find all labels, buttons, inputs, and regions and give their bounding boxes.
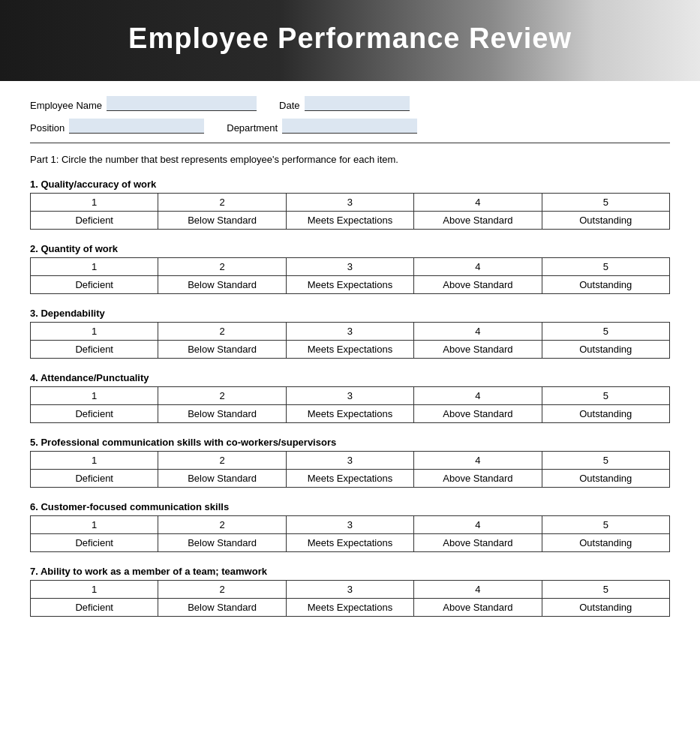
rating-number-3[interactable]: 3 (286, 258, 413, 276)
section-3-number-row: 12345 (31, 323, 670, 341)
rating-number-4[interactable]: 4 (414, 452, 542, 470)
rating-number-4[interactable]: 4 (414, 516, 542, 534)
rating-number-5[interactable]: 5 (542, 387, 669, 405)
rating-desc[interactable]: Above Standard (414, 470, 542, 488)
rating-number-3[interactable]: 3 (286, 452, 413, 470)
rating-desc[interactable]: Meets Expectations (286, 212, 413, 230)
rating-desc[interactable]: Above Standard (414, 599, 542, 617)
rating-desc[interactable]: Meets Expectations (286, 276, 413, 294)
section-7-number-row: 12345 (31, 581, 670, 599)
rating-desc[interactable]: Above Standard (414, 405, 542, 423)
rating-number-5[interactable]: 5 (542, 452, 669, 470)
rating-desc[interactable]: Above Standard (414, 276, 542, 294)
department-input[interactable] (282, 119, 417, 134)
section-2-number-row: 12345 (31, 258, 670, 276)
section-divider (30, 143, 670, 143)
rating-desc[interactable]: Below Standard (158, 341, 286, 359)
rating-desc[interactable]: Below Standard (158, 212, 286, 230)
rating-number-3[interactable]: 3 (286, 323, 413, 341)
department-label: Department (227, 122, 278, 134)
rating-number-2[interactable]: 2 (158, 452, 286, 470)
rating-desc[interactable]: Outstanding (542, 534, 669, 552)
rating-number-1[interactable]: 1 (31, 452, 158, 470)
rating-number-5[interactable]: 5 (542, 194, 669, 212)
rating-desc[interactable]: Below Standard (158, 599, 286, 617)
rating-number-2[interactable]: 2 (158, 194, 286, 212)
rating-number-2[interactable]: 2 (158, 516, 286, 534)
rating-desc[interactable]: Outstanding (542, 405, 669, 423)
rating-number-2[interactable]: 2 (158, 387, 286, 405)
rating-number-4[interactable]: 4 (414, 323, 542, 341)
rating-number-2[interactable]: 2 (158, 258, 286, 276)
employee-name-label: Employee Name (30, 100, 102, 111)
section-3: 3. Dependability12345DeficientBelow Stan… (30, 308, 670, 359)
rating-desc[interactable]: Deficient (31, 341, 158, 359)
section-4: 4. Attendance/Punctuality12345DeficientB… (30, 372, 670, 423)
rating-desc[interactable]: Below Standard (158, 405, 286, 423)
rating-number-1[interactable]: 1 (31, 194, 158, 212)
rating-number-5[interactable]: 5 (542, 581, 669, 599)
rating-number-3[interactable]: 3 (286, 194, 413, 212)
rating-number-2[interactable]: 2 (158, 581, 286, 599)
rating-number-3[interactable]: 3 (286, 581, 413, 599)
page-header: Employee Performance Review (0, 0, 700, 81)
rating-desc[interactable]: Above Standard (414, 534, 542, 552)
rating-number-4[interactable]: 4 (414, 258, 542, 276)
section-5-desc-row: DeficientBelow StandardMeets Expectation… (31, 470, 670, 488)
position-input[interactable] (69, 119, 204, 134)
section-6: 6. Customer-focused communication skills… (30, 501, 670, 552)
rating-desc[interactable]: Deficient (31, 599, 158, 617)
rating-desc[interactable]: Deficient (31, 405, 158, 423)
rating-desc[interactable]: Outstanding (542, 276, 669, 294)
rating-number-5[interactable]: 5 (542, 516, 669, 534)
rating-desc[interactable]: Outstanding (542, 470, 669, 488)
rating-desc[interactable]: Below Standard (158, 534, 286, 552)
rating-desc[interactable]: Deficient (31, 534, 158, 552)
rating-desc[interactable]: Deficient (31, 470, 158, 488)
rating-desc[interactable]: Outstanding (542, 341, 669, 359)
rating-number-4[interactable]: 4 (414, 194, 542, 212)
rating-number-3[interactable]: 3 (286, 516, 413, 534)
rating-number-5[interactable]: 5 (542, 258, 669, 276)
section-1-number-row: 12345 (31, 194, 670, 212)
section-2: 2. Quantity of work12345DeficientBelow S… (30, 243, 670, 294)
section-4-table: 12345DeficientBelow StandardMeets Expect… (30, 386, 670, 423)
rating-number-1[interactable]: 1 (31, 387, 158, 405)
rating-desc[interactable]: Below Standard (158, 276, 286, 294)
section-5-table: 12345DeficientBelow StandardMeets Expect… (30, 451, 670, 488)
section-1-desc-row: DeficientBelow StandardMeets Expectation… (31, 212, 670, 230)
page-title: Employee Performance Review (30, 23, 670, 55)
section-2-title: 2. Quantity of work (30, 243, 670, 254)
section-2-table: 12345DeficientBelow StandardMeets Expect… (30, 257, 670, 294)
rating-number-5[interactable]: 5 (542, 323, 669, 341)
date-input[interactable] (305, 96, 410, 111)
section-5-title: 5. Professional communication skills wit… (30, 437, 670, 448)
rating-desc[interactable]: Above Standard (414, 341, 542, 359)
part1-instruction: Part 1: Circle the number that best repr… (30, 154, 670, 165)
rating-number-2[interactable]: 2 (158, 323, 286, 341)
rating-desc[interactable]: Above Standard (414, 212, 542, 230)
rating-number-1[interactable]: 1 (31, 581, 158, 599)
rating-desc[interactable]: Deficient (31, 276, 158, 294)
rating-number-1[interactable]: 1 (31, 323, 158, 341)
employee-name-input[interactable] (107, 96, 257, 111)
rating-desc[interactable]: Outstanding (542, 212, 669, 230)
rating-number-3[interactable]: 3 (286, 387, 413, 405)
rating-number-1[interactable]: 1 (31, 258, 158, 276)
rating-desc[interactable]: Meets Expectations (286, 470, 413, 488)
rating-number-1[interactable]: 1 (31, 516, 158, 534)
rating-number-4[interactable]: 4 (414, 387, 542, 405)
rating-desc[interactable]: Meets Expectations (286, 599, 413, 617)
rating-desc[interactable]: Deficient (31, 212, 158, 230)
rating-desc[interactable]: Below Standard (158, 470, 286, 488)
rating-desc[interactable]: Outstanding (542, 599, 669, 617)
section-3-desc-row: DeficientBelow StandardMeets Expectation… (31, 341, 670, 359)
rating-desc[interactable]: Meets Expectations (286, 405, 413, 423)
section-7-desc-row: DeficientBelow StandardMeets Expectation… (31, 599, 670, 617)
position-label: Position (30, 122, 65, 134)
rating-desc[interactable]: Meets Expectations (286, 341, 413, 359)
rating-desc[interactable]: Meets Expectations (286, 534, 413, 552)
field-row-1: Employee Name Date (30, 96, 670, 111)
section-7: 7. Ability to work as a member of a team… (30, 566, 670, 617)
rating-number-4[interactable]: 4 (414, 581, 542, 599)
